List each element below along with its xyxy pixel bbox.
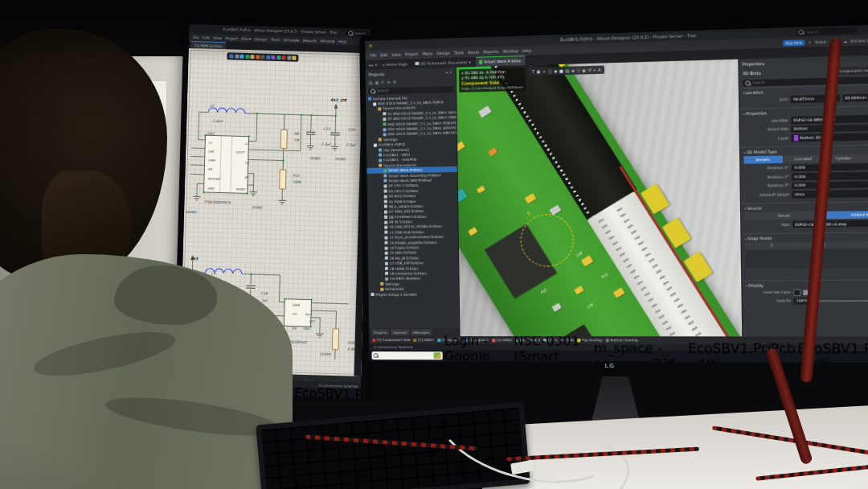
active-bar-icon[interactable] [250, 55, 254, 59]
menu-item[interactable]: Place [241, 36, 251, 40]
document-icon [385, 252, 388, 255]
active-bar-icon[interactable] [266, 55, 270, 60]
projects-tool-icon[interactable]: ≡ [387, 80, 390, 84]
panel-tab[interactable]: Projects [371, 329, 389, 335]
projects-panel-icons[interactable]: ▾ ✕ [445, 69, 452, 74]
source-tab[interactable]: Server [744, 211, 823, 220]
tab-nav-arrows[interactable]: ◂ ▸ ✕ [369, 63, 378, 67]
projects-tool-icon[interactable]: ⚙ [393, 80, 397, 84]
projects-panel: Projects ▾ ✕ ▤▦↻≡⚙ [366, 68, 461, 336]
viewport-tool-icon[interactable]: ◉ [582, 68, 586, 72]
menu-item[interactable]: Reports [303, 38, 317, 42]
active-bar-icon[interactable] [271, 55, 275, 60]
left-window-title: EcoSBV1.PrjPcb - Altium Designer (23.9.2… [223, 27, 338, 35]
viewport-tool-icon[interactable]: ◈ [571, 68, 575, 73]
menu-item[interactable]: Project [405, 51, 419, 56]
viewport-tool-icon[interactable]: ▢ [548, 68, 552, 73]
taskbar-item[interactable]: EcoSBV1.P... [294, 384, 371, 399]
panel-tab[interactable]: Explorer [391, 329, 409, 335]
projects-tool-icon[interactable]: ▦ [375, 80, 379, 84]
share-button[interactable]: Share [815, 39, 826, 44]
source-tab[interactable]: Embed Model [825, 210, 868, 219]
model-type-tab[interactable]: Sphere [864, 153, 868, 161]
active-bar-icon[interactable] [276, 55, 280, 60]
taskbar-item[interactable]: NSC-0301-(Smart Filte... [514, 333, 586, 364]
buy-now-button[interactable]: Buy Now [783, 39, 805, 46]
viewport-tool-icon[interactable]: A [598, 68, 601, 72]
viewport-tool-icon[interactable]: ▣ [537, 69, 541, 74]
panel-tab[interactable]: Messages [411, 329, 432, 335]
menu-item[interactable]: Tools [271, 37, 280, 41]
tree-row-label: 14 Copto.SchDoc [390, 245, 420, 249]
menu-item[interactable]: View [213, 35, 222, 39]
active-bar-icon[interactable] [240, 55, 244, 59]
viewport-tool-icon[interactable]: ↺ [588, 68, 591, 72]
pcb-3d-viewport[interactable]: L24C30R12R21C38R20 x 83.200 dx -6.900 mm… [457, 60, 742, 337]
location-y-input[interactable]: 83.694mm [842, 93, 868, 101]
active-bar-icon[interactable] [235, 55, 239, 59]
viewport-tool-icon[interactable]: ⌖ [593, 67, 596, 72]
menu-item[interactable]: Window [502, 49, 518, 54]
override-color-checkbox[interactable] [793, 289, 800, 295]
tree-row[interactable]: Project Group 1.DsnWrk [368, 291, 458, 297]
model-row-input[interactable]: 0mm [792, 189, 868, 198]
tab-home[interactable]: ⌂ Home Page [379, 60, 411, 69]
taskbar-item[interactable]: Login - Google Chro... [444, 333, 507, 364]
document-icon [378, 107, 381, 110]
scope-dropdown[interactable]: Components (and 12 more) [836, 65, 868, 74]
menu-item[interactable]: Design [255, 37, 268, 41]
projects-tool-icon[interactable]: ▤ [369, 80, 373, 85]
viewport-tool-icon[interactable]: ▤ [565, 68, 569, 73]
active-bar-icon[interactable] [229, 54, 233, 58]
tab-schematic-label: [6] Schematic Document [420, 60, 467, 66]
menu-item[interactable]: Edit [380, 52, 387, 56]
menu-item[interactable]: View [392, 52, 401, 56]
taskbar-item[interactable]: m_space - app_mm32f... [594, 340, 687, 363]
opacity-label: Opacity [746, 298, 791, 302]
right-search-box[interactable] [796, 27, 858, 36]
taskbar-search[interactable] [372, 351, 443, 360]
menu-item[interactable]: File [193, 35, 199, 39]
menu-item[interactable]: Help [522, 48, 531, 52]
menu-item[interactable]: Project [225, 36, 238, 40]
document-icon [384, 190, 387, 193]
viewport-tool-icon[interactable]: ■ [559, 68, 563, 73]
viewport-tool-icon[interactable]: ▽ [577, 68, 580, 72]
active-bar-icon[interactable] [260, 55, 264, 59]
active-bar-icon[interactable] [245, 55, 249, 59]
active-bar-icon[interactable] [287, 55, 291, 60]
menu-item[interactable]: Simulate [283, 38, 299, 43]
path-input[interactable]: ESP32-C6-WROOM v3.step [792, 220, 868, 228]
model-type-tab[interactable]: Generic [743, 155, 782, 163]
active-bar-icon[interactable] [292, 56, 296, 60]
projects-tool-icon[interactable]: ↻ [381, 80, 384, 84]
menu-item[interactable]: File [370, 53, 376, 57]
menu-item[interactable]: Route [468, 50, 479, 54]
model-type-tab[interactable]: Extruded [784, 154, 823, 162]
viewport-tool-icon[interactable]: T [532, 69, 534, 74]
chevron-down-icon: ▾ [469, 60, 470, 64]
menu-item[interactable]: Design [436, 51, 450, 55]
viewport-tool-icon[interactable]: ◆ [554, 68, 557, 73]
menu-item[interactable]: Window [321, 39, 335, 43]
properties-search-input[interactable] [752, 80, 787, 84]
active-bar-icon[interactable] [281, 55, 285, 60]
menu-item[interactable]: Help [338, 39, 346, 43]
document-icon [383, 169, 387, 172]
layer-tab[interactable]: [2] GND1 [414, 338, 434, 342]
menu-item[interactable]: Tools [454, 51, 464, 55]
active-bar-icon[interactable] [256, 55, 260, 59]
tree-row-label: Source Documents [383, 163, 416, 168]
snap-points-title: Snap Points [745, 235, 868, 240]
projects-search-input[interactable] [377, 88, 409, 92]
model-row-input[interactable]: 0.000 [792, 180, 868, 189]
right-search-input[interactable] [805, 29, 841, 35]
layer-tab[interactable]: [1] Component Side [372, 338, 410, 342]
menu-item[interactable]: Place [422, 51, 432, 55]
menu-item[interactable]: Edit [203, 35, 210, 39]
snap-points-table[interactable] [745, 249, 868, 269]
opacity-slider[interactable] [816, 300, 868, 302]
menu-item[interactable]: Reports [483, 49, 498, 54]
workspace-name[interactable]: EnCata Concord Pro [851, 38, 868, 43]
viewport-tool-icon[interactable]: + [542, 69, 546, 74]
